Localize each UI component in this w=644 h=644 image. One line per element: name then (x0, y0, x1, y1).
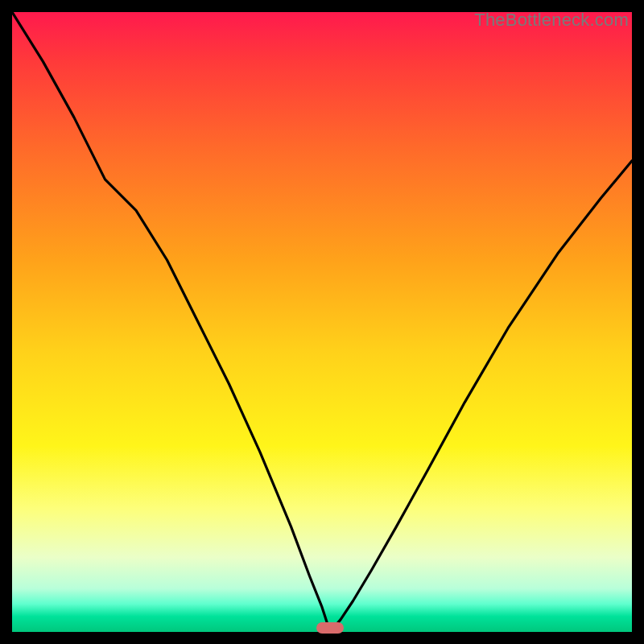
curve-svg (12, 12, 632, 632)
chart-frame: TheBottleneck.com (12, 12, 632, 632)
optimal-marker (316, 622, 345, 634)
watermark-text: TheBottleneck.com (474, 10, 629, 31)
bottleneck-curve (12, 12, 632, 632)
